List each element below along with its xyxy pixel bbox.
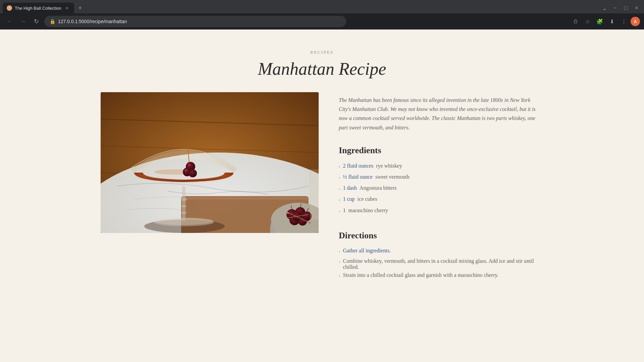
recipe-image bbox=[101, 92, 319, 233]
tab-favicon: 🍹 bbox=[7, 5, 12, 11]
share-button[interactable]: ⎙ bbox=[570, 16, 581, 27]
ingredient-item: 1 dash Angostura bitters bbox=[339, 184, 543, 195]
svg-rect-13 bbox=[182, 186, 185, 221]
ingredient-name: rye whiskey bbox=[376, 163, 402, 169]
security-icon: 🔒 bbox=[50, 19, 55, 24]
cocktail-photo bbox=[101, 92, 319, 233]
svg-point-15 bbox=[181, 205, 186, 207]
ingredient-name: ice cubes bbox=[358, 196, 377, 202]
direction-text: Strain into a chilled cocktail glass and… bbox=[343, 272, 499, 278]
ingredient-name: maraschino cherry bbox=[348, 207, 388, 214]
directions-list: Gather all ingredients. Combine whiskey,… bbox=[339, 247, 543, 282]
tab-bar: 🍹 The High Ball Collection × + ⌄ − □ × bbox=[0, 0, 644, 13]
svg-point-22 bbox=[188, 164, 191, 166]
recipe-main: The Manhattan has been famous since its … bbox=[87, 92, 557, 308]
ingredient-amount: 2 fluid ounces bbox=[343, 163, 374, 169]
ingredient-name: Angostura bitters bbox=[360, 185, 397, 191]
bookmark-star-button[interactable]: ☆ bbox=[582, 16, 593, 27]
browser-chrome: 🍹 The High Ball Collection × + ⌄ − □ × ←… bbox=[0, 0, 644, 29]
ingredient-name: sweet vermouth bbox=[375, 174, 410, 180]
tab-title: The High Ball Collection bbox=[15, 6, 61, 11]
page-header: RECIPES Manhattan Recipe bbox=[0, 29, 644, 92]
ingredient-amount: ½ fluid ounce bbox=[343, 174, 373, 180]
tab-list-button[interactable]: ⌄ bbox=[600, 3, 609, 13]
browser-actions: ⎙ ☆ 🧩 ⬇ ⋮ A bbox=[570, 16, 640, 27]
ingredients-heading: Ingredients bbox=[339, 145, 543, 156]
address-bar: ← → ↻ 🔒 127.0.0.1:5000/recipe/manhattan … bbox=[0, 13, 644, 29]
svg-point-14 bbox=[180, 198, 187, 201]
svg-rect-39 bbox=[310, 169, 319, 220]
back-button[interactable]: ← bbox=[4, 16, 15, 27]
maximize-button[interactable]: □ bbox=[621, 3, 631, 13]
direction-text: Combine whiskey, vermouth, and bitters i… bbox=[343, 258, 544, 270]
ingredient-item: ½ fluid ounce sweet vermouth bbox=[339, 173, 543, 184]
profile-button[interactable]: A bbox=[631, 17, 640, 26]
tab-close-button[interactable]: × bbox=[64, 5, 70, 11]
close-window-button[interactable]: × bbox=[632, 3, 641, 13]
direction-item: Gather all ingredients. bbox=[339, 247, 543, 257]
url-bar[interactable]: 🔒 127.0.0.1:5000/recipe/manhattan bbox=[44, 16, 346, 27]
svg-point-37 bbox=[309, 222, 311, 224]
recipe-title: Manhattan Recipe bbox=[0, 59, 644, 79]
active-tab[interactable]: 🍹 The High Ball Collection × bbox=[3, 3, 74, 13]
extensions-button[interactable]: 🧩 bbox=[594, 16, 605, 27]
ingredient-amount: 1 cup bbox=[343, 196, 355, 202]
svg-point-21 bbox=[189, 169, 197, 177]
download-button[interactable]: ⬇ bbox=[606, 16, 617, 27]
direction-highlight: Gather all ingredients. bbox=[343, 248, 391, 254]
url-text: 127.0.0.1:5000/recipe/manhattan bbox=[58, 19, 127, 24]
tab-bar-controls: ⌄ − □ × bbox=[600, 3, 644, 13]
ingredient-item: 1 maraschino cherry bbox=[339, 206, 543, 217]
ingredient-item: 2 fluid ounces rye whiskey bbox=[339, 162, 543, 173]
reload-button[interactable]: ↻ bbox=[31, 16, 42, 27]
ingredients-list: 2 fluid ounces rye whiskey ½ fluid ounce… bbox=[339, 162, 543, 217]
ingredient-amount: 1 bbox=[343, 207, 346, 214]
minimize-button[interactable]: − bbox=[610, 3, 620, 13]
new-tab-button[interactable]: + bbox=[75, 3, 85, 13]
svg-point-23 bbox=[185, 169, 187, 172]
recipe-details: The Manhattan has been famous since its … bbox=[339, 92, 543, 282]
section-label: RECIPES bbox=[0, 50, 644, 55]
page-content: RECIPES Manhattan Recipe bbox=[0, 29, 644, 362]
recipe-description: The Manhattan has been famous since its … bbox=[339, 96, 543, 132]
forward-button[interactable]: → bbox=[17, 16, 28, 27]
direction-item: Strain into a chilled cocktail glass and… bbox=[339, 271, 543, 282]
ingredient-amount: 1 dash bbox=[343, 185, 357, 191]
directions-heading: Directions bbox=[339, 231, 543, 241]
ingredient-item: 1 cup ice cubes bbox=[339, 195, 543, 206]
svg-point-16 bbox=[181, 212, 187, 214]
browser-menu-button[interactable]: ⋮ bbox=[619, 16, 629, 27]
direction-item: Combine whiskey, vermouth, and bitters i… bbox=[339, 257, 543, 271]
svg-rect-9 bbox=[182, 197, 308, 199]
svg-point-38 bbox=[287, 212, 289, 214]
